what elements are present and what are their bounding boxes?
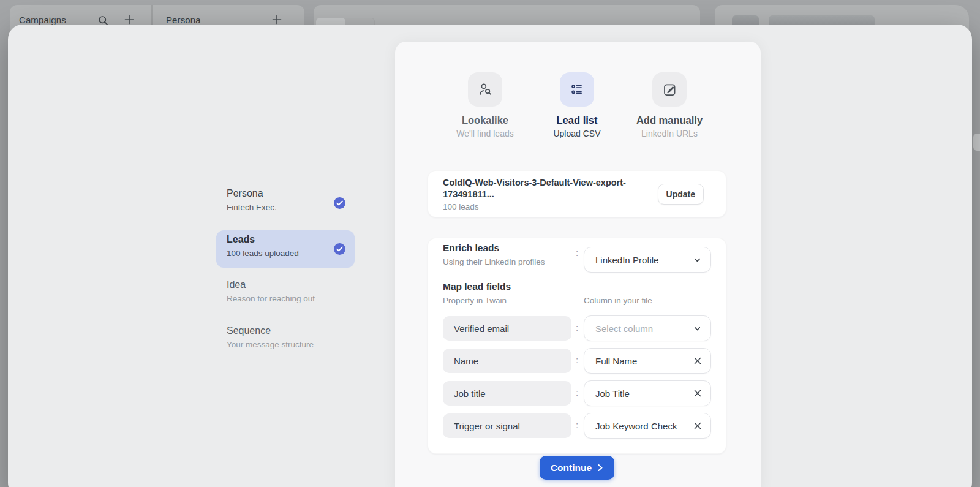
option-title: Add manually xyxy=(614,115,725,126)
property-pill: Name xyxy=(443,349,571,373)
check-icon xyxy=(334,197,345,209)
app-root: Campaigns Persona Persona Fintech Exec. xyxy=(0,0,980,487)
enrich-select[interactable]: LinkedIn Profile xyxy=(584,247,711,273)
map-left-header: Property in Twain xyxy=(443,296,507,305)
enrich-title: Enrich leads xyxy=(443,243,499,254)
step-leads[interactable]: Leads 100 leads uploaded xyxy=(227,233,352,259)
separator-colon: : xyxy=(574,420,580,430)
separator-colon: : xyxy=(574,355,580,365)
step-title: Leads xyxy=(227,233,352,246)
separator-colon: : xyxy=(574,247,580,258)
map-title: Map lead fields xyxy=(443,281,511,292)
lookalike-tile xyxy=(468,72,502,107)
lead-setup-modal: Persona Fintech Exec. Leads 100 leads up… xyxy=(8,25,972,487)
property-pill: Trigger or signal xyxy=(443,413,571,438)
add-manually-tile xyxy=(652,72,687,107)
step-title: Persona xyxy=(227,187,352,200)
edit-icon xyxy=(662,82,677,97)
uploaded-file-card: ColdIQ-Web-Visitors-3-Default-View-expor… xyxy=(428,170,726,217)
property-label: Job title xyxy=(454,388,486,399)
option-add-manually[interactable]: Add manually LinkedIn URLs xyxy=(614,72,725,138)
column-select-value: Full Name xyxy=(595,356,637,366)
column-select[interactable]: Select column xyxy=(584,315,711,341)
step-subtitle: Your message structure xyxy=(227,339,352,350)
lead-list-tile xyxy=(560,72,594,107)
step-idea[interactable]: Idea Reason for reaching out xyxy=(227,278,352,304)
clear-icon[interactable] xyxy=(693,389,702,398)
bullet-list-icon xyxy=(570,82,584,97)
property-label: Name xyxy=(454,356,478,366)
map-right-header: Column in your file xyxy=(584,296,652,305)
property-label: Trigger or signal xyxy=(454,421,520,431)
property-pill: Job title xyxy=(443,381,571,406)
chevron-right-icon xyxy=(597,464,603,472)
step-subtitle: Reason for reaching out xyxy=(227,293,352,304)
property-label: Verified email xyxy=(454,323,509,334)
continue-button[interactable]: Continue xyxy=(540,456,614,480)
property-pill: Verified email xyxy=(443,316,571,341)
enrich-subtitle: Using their LinkedIn profiles xyxy=(443,257,545,266)
chevron-down-icon xyxy=(693,255,702,265)
enrich-select-value: LinkedIn Profile xyxy=(595,255,658,265)
tab-campaigns[interactable]: Campaigns xyxy=(19,15,66,25)
step-title: Idea xyxy=(227,278,352,291)
column-select[interactable]: Job Title xyxy=(584,380,711,406)
step-title: Sequence xyxy=(227,324,352,337)
add-campaign-icon[interactable] xyxy=(124,14,135,25)
check-icon xyxy=(334,243,345,255)
chevron-down-icon xyxy=(693,324,702,333)
step-persona[interactable]: Persona Fintech Exec. xyxy=(227,187,352,213)
column-select-value: Job Keyword Check xyxy=(595,421,677,431)
clear-icon[interactable] xyxy=(693,357,702,365)
column-select[interactable]: Job Keyword Check xyxy=(584,413,711,439)
separator-colon: : xyxy=(574,387,580,398)
option-subtitle: LinkedIn URLs xyxy=(614,129,725,138)
file-lead-count: 100 leads xyxy=(443,202,658,211)
enrich-map-card: Enrich leads Using their LinkedIn profil… xyxy=(428,238,726,454)
file-name: ColdIQ-Web-Visitors-3-Default-View-expor… xyxy=(443,177,658,200)
step-sequence[interactable]: Sequence Your message structure xyxy=(227,324,352,350)
separator-colon: : xyxy=(574,322,580,333)
tab-persona[interactable]: Persona xyxy=(166,15,201,25)
column-select[interactable]: Full Name xyxy=(584,348,711,374)
user-search-icon xyxy=(477,81,493,97)
column-select-placeholder: Select column xyxy=(595,323,653,334)
add-persona-icon[interactable] xyxy=(271,14,282,25)
clear-icon[interactable] xyxy=(693,421,702,430)
continue-label: Continue xyxy=(551,462,592,474)
column-select-value: Job Title xyxy=(595,388,630,399)
update-button[interactable]: Update xyxy=(658,184,704,205)
leads-config-panel: Lookalike We'll find leads Lead list Upl… xyxy=(395,42,761,487)
scrollbar-thumb[interactable] xyxy=(973,134,980,151)
file-info: ColdIQ-Web-Visitors-3-Default-View-expor… xyxy=(443,177,658,211)
